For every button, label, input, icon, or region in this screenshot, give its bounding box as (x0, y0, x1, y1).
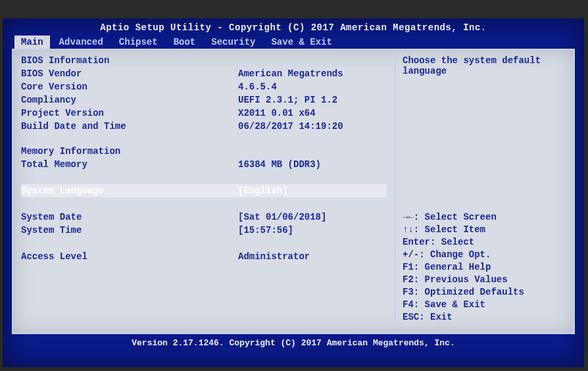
key-f3: F3: Optimized Defaults (403, 286, 567, 299)
key-f4: F4: Save & Exit (403, 299, 567, 311)
tab-security[interactable]: Security (205, 36, 262, 49)
row-build-date: Build Date and Time 06/28/2017 14:19:20 (21, 120, 387, 133)
key-esc: ESC: Exit (403, 311, 567, 324)
header-title: Aptio Setup Utility - Copyright (C) 2017… (3, 18, 584, 34)
system-time-value: [15:57:56] (238, 224, 387, 237)
tab-main[interactable]: Main (14, 36, 50, 49)
project-version-label: Project Version (21, 107, 238, 120)
tab-chipset[interactable]: Chipset (112, 36, 164, 49)
row-project-version: Project Version X2011 0.01 x64 (21, 107, 387, 120)
system-time-label: System Time (21, 224, 238, 237)
row-system-language[interactable]: System Language [English] (21, 184, 387, 197)
total-memory-value: 16384 MB (DDR3) (238, 158, 387, 171)
bios-vendor-label: BIOS Vendor (21, 67, 238, 80)
core-version-value: 4.6.5.4 (238, 80, 387, 93)
key-f2: F2: Previous Values (403, 274, 567, 286)
project-version-value: X2011 0.01 x64 (238, 107, 387, 120)
help-text: Choose the system default language (403, 55, 567, 76)
system-date-value: [Sat 01/06/2018] (238, 210, 387, 224)
row-bios-vendor: BIOS Vendor American Megatrends (21, 67, 387, 80)
core-version-label: Core Version (21, 80, 238, 93)
row-system-date[interactable]: System Date [Sat 01/06/2018] (21, 210, 387, 224)
access-level-label: Access Level (21, 250, 238, 263)
key-help: →←: Select Screen ↑↓: Select Item Enter:… (403, 211, 567, 328)
key-enter: Enter: Select (403, 236, 567, 249)
row-access-level: Access Level Administrator (21, 250, 387, 263)
key-select-screen: →←: Select Screen (403, 211, 567, 224)
main-panel: BIOS Information BIOS Vendor American Me… (13, 50, 396, 333)
bios-info-heading: BIOS Information (21, 55, 387, 66)
tab-save-exit[interactable]: Save & Exit (264, 36, 338, 49)
system-language-label: System Language (21, 184, 238, 197)
content-panels: BIOS Information BIOS Vendor American Me… (12, 49, 575, 334)
compliancy-label: Compliancy (21, 93, 238, 107)
build-date-label: Build Date and Time (21, 120, 238, 133)
key-select-item: ↑↓: Select Item (403, 224, 567, 236)
row-core-version: Core Version 4.6.5.4 (21, 80, 387, 93)
tab-boot[interactable]: Boot (167, 36, 203, 49)
row-compliancy: Compliancy UEFI 2.3.1; PI 1.2 (21, 93, 387, 107)
tab-advanced[interactable]: Advanced (53, 36, 110, 49)
key-change-opt: +/-: Change Opt. (403, 249, 567, 261)
help-panel: Choose the system default language →←: S… (396, 50, 574, 333)
total-memory-label: Total Memory (21, 158, 238, 171)
system-language-value: [English] (238, 184, 387, 197)
tab-bar: Main Advanced Chipset Boot Security Save… (3, 34, 584, 49)
memory-info-heading: Memory Information (21, 146, 387, 157)
row-system-time[interactable]: System Time [15:57:56] (21, 224, 387, 237)
help-line-1: Choose the system default (403, 55, 567, 66)
bios-vendor-value: American Megatrends (238, 67, 387, 80)
row-total-memory: Total Memory 16384 MB (DDR3) (21, 158, 387, 171)
footer-text: Version 2.17.1246. Copyright (C) 2017 Am… (3, 334, 584, 352)
key-f1: F1: General Help (403, 261, 567, 274)
build-date-value: 06/28/2017 14:19:20 (238, 120, 387, 133)
help-line-2: language (403, 66, 567, 76)
compliancy-value: UEFI 2.3.1; PI 1.2 (238, 93, 387, 107)
access-level-value: Administrator (238, 250, 387, 263)
bios-screen: Aptio Setup Utility - Copyright (C) 2017… (3, 18, 584, 367)
system-date-label: System Date (21, 210, 238, 224)
